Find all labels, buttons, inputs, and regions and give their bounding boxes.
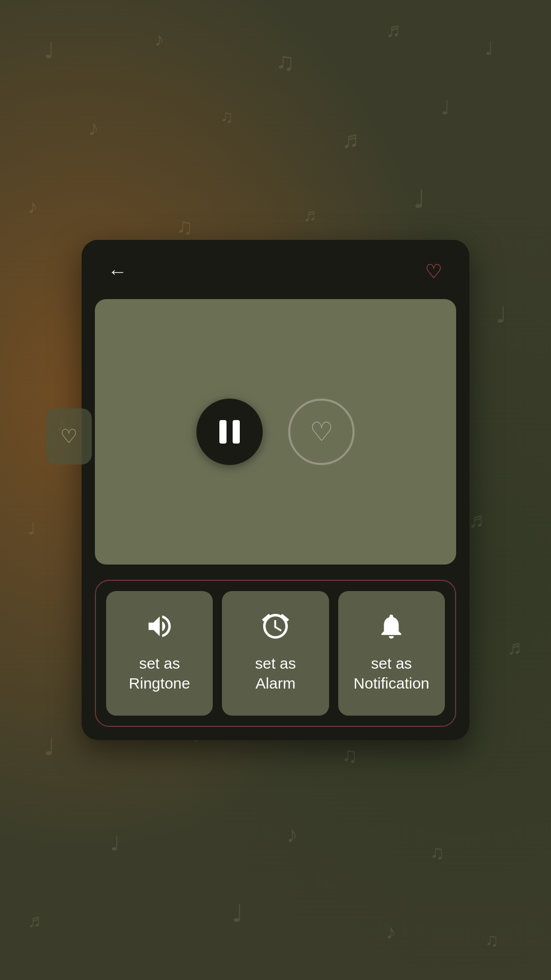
player-area: ♡ (95, 299, 456, 565)
card-header: ← ♡ (82, 240, 469, 299)
bell-icon (377, 611, 406, 641)
back-arrow-icon: ← (108, 262, 127, 281)
set-alarm-button[interactable]: set asAlarm (222, 591, 329, 716)
set-ringtone-button[interactable]: set asRingtone (106, 591, 213, 716)
alarm-icon (261, 611, 290, 641)
favorite-button[interactable]: ♡ (420, 258, 447, 285)
notification-label: set asNotification (354, 653, 429, 693)
alarm-label: set asAlarm (255, 653, 296, 693)
set-notification-button[interactable]: set asNotification (338, 591, 445, 716)
ringtone-label: set asRingtone (129, 653, 190, 693)
main-card: ← ♡ ♡ set a (82, 240, 469, 740)
floating-heart-card[interactable]: ♡ (46, 408, 92, 464)
pause-bar-left (219, 420, 227, 444)
like-button-player[interactable]: ♡ (288, 399, 355, 465)
content-wrapper: ♡ ← ♡ ♡ (0, 0, 551, 980)
heart-outline-player-icon: ♡ (310, 419, 334, 445)
pause-icon (219, 420, 240, 444)
heart-favorite-icon: ♡ (425, 260, 442, 283)
back-button[interactable]: ← (104, 258, 131, 285)
pause-button[interactable] (196, 399, 263, 465)
actions-section: set asRingtone set asAlarm set asNotific… (95, 580, 456, 727)
pause-bar-right (233, 420, 240, 444)
speaker-icon (145, 611, 174, 641)
floating-heart-icon: ♡ (60, 425, 78, 448)
